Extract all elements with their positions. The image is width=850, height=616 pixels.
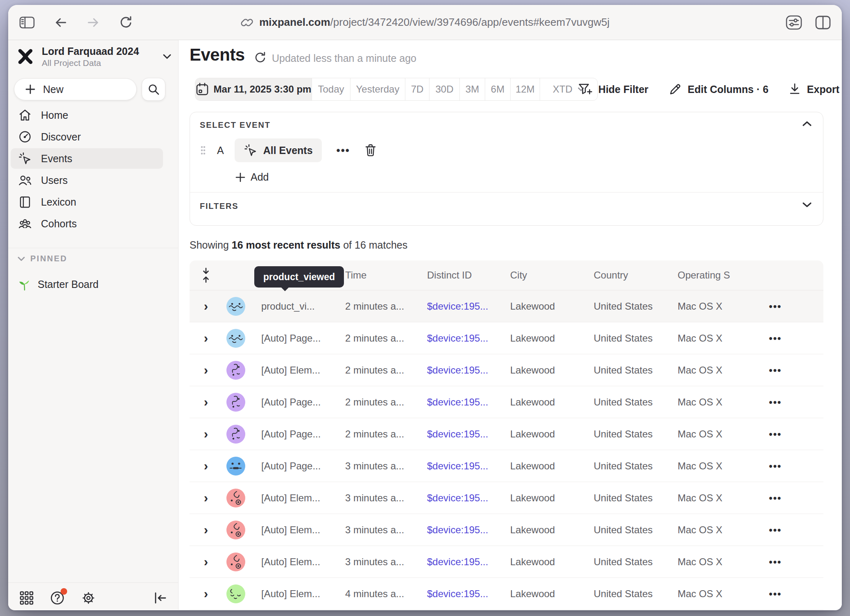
distinct-id-link[interactable]: $device:195... — [427, 301, 510, 312]
chevron-up-icon[interactable] — [802, 120, 812, 127]
row-expand-chevron[interactable]: › — [204, 300, 208, 313]
range-yesterday[interactable]: Yesterday — [350, 78, 405, 100]
row-expand-chevron[interactable]: › — [204, 460, 208, 472]
distinct-id-link[interactable]: $device:195... — [427, 428, 510, 440]
event-options-button[interactable]: ••• — [337, 144, 350, 157]
sidebar-item-events[interactable]: Events — [11, 148, 163, 169]
row-expand-chevron[interactable]: › — [204, 555, 208, 568]
sidebar-item-home[interactable]: Home — [11, 105, 163, 125]
chevron-down-icon[interactable] — [802, 202, 812, 208]
sidebar-item-lexicon[interactable]: Lexicon — [11, 192, 163, 212]
row-actions-button[interactable]: ••• — [769, 460, 823, 472]
table-row[interactable]: › [Auto] Page... 2 minutes a... $device:… — [190, 418, 823, 450]
operating-system: Mac OS X — [678, 492, 769, 504]
browser-toolbar: mixpanel.com/project/3472420/view/397469… — [8, 5, 842, 40]
row-expand-chevron[interactable]: › — [204, 332, 208, 344]
search-icon — [147, 83, 160, 95]
browser-sidebar-toggle-icon[interactable] — [19, 16, 35, 29]
export-button[interactable]: Export — [788, 82, 839, 96]
distinct-id-link[interactable]: $device:195... — [427, 396, 510, 408]
reload-button-icon[interactable] — [119, 15, 133, 30]
distinct-id-link[interactable]: $device:195... — [427, 460, 510, 472]
sidebar-item-users[interactable]: Users — [11, 170, 163, 190]
drag-handle[interactable] — [200, 144, 206, 157]
split-view-icon[interactable] — [815, 15, 831, 30]
sort-icon[interactable] — [190, 267, 222, 283]
pinned-section-header[interactable]: PINNED — [17, 254, 68, 263]
row-actions-button[interactable]: ••• — [769, 396, 823, 408]
row-actions-button[interactable]: ••• — [769, 556, 823, 568]
hide-filter-button[interactable]: Hide Filter — [578, 82, 648, 96]
settings-gear-icon[interactable] — [80, 590, 97, 606]
operating-system: Mac OS X — [678, 396, 769, 408]
project-name: Lord Farquaad 2024 — [42, 45, 139, 58]
row-expand-chevron[interactable]: › — [204, 587, 208, 600]
range-3m[interactable]: 3M — [460, 78, 485, 100]
table-row[interactable]: › [Auto] Page... 2 minutes a... $device:… — [190, 386, 823, 418]
add-event-button[interactable]: Add — [235, 171, 269, 183]
search-button[interactable] — [142, 78, 165, 101]
distinct-id-link[interactable]: $device:195... — [427, 492, 510, 504]
row-actions-button[interactable]: ••• — [769, 365, 823, 376]
column-header-distinct-id[interactable]: Distinct ID — [427, 270, 510, 281]
new-button[interactable]: New — [14, 78, 137, 100]
distinct-id-link[interactable]: $device:195... — [427, 588, 510, 600]
apps-grid-icon[interactable] — [19, 590, 34, 606]
column-header-os[interactable]: Operating S — [678, 270, 769, 281]
table-row[interactable]: › [Auto] Page... 3 minutes a... $device:… — [190, 450, 823, 482]
browser-settings-icon[interactable] — [785, 15, 803, 30]
row-actions-button[interactable]: ••• — [769, 524, 823, 536]
range-30d[interactable]: 30D — [430, 78, 460, 100]
table-row[interactable]: › [Auto] Page... 2 minutes a... $device:… — [190, 322, 823, 354]
operating-system: Mac OS X — [678, 333, 769, 344]
row-actions-button[interactable]: ••• — [769, 492, 823, 504]
country: United States — [594, 556, 678, 568]
pinned-item-starter-board[interactable]: Starter Board — [11, 274, 163, 295]
forward-button-icon[interactable] — [86, 15, 101, 30]
plus-icon — [25, 84, 36, 95]
table-row[interactable]: › [Auto] Elem... 3 minutes a... $device:… — [190, 546, 823, 578]
event-avatar — [226, 553, 245, 571]
row-expand-chevron[interactable]: › — [204, 491, 208, 504]
row-actions-button[interactable]: ••• — [769, 333, 823, 344]
table-row[interactable]: › [Auto] Elem... 4 minutes a... $device:… — [190, 578, 823, 610]
row-expand-chevron[interactable]: › — [204, 428, 208, 440]
edit-columns-button[interactable]: Edit Columns · 6 — [668, 82, 769, 96]
event-time: 3 minutes a... — [345, 460, 427, 472]
range-7d[interactable]: 7D — [405, 78, 430, 100]
distinct-id-link[interactable]: $device:195... — [427, 365, 510, 376]
event-selector-chip[interactable]: All Events — [235, 138, 322, 162]
date-picker-button[interactable]: Mar 11, 2025 3:30 pm — [195, 78, 312, 100]
back-button-icon[interactable] — [53, 15, 68, 30]
table-row[interactable]: › [Auto] Elem... 3 minutes a... $device:… — [190, 482, 823, 514]
row-expand-chevron[interactable]: › — [204, 523, 208, 536]
table-row[interactable]: › [Auto] Elem... 2 minutes a... $device:… — [190, 354, 823, 386]
project-switcher[interactable]: Lord Farquaad 2024 All Project Data — [16, 45, 172, 68]
column-header-country[interactable]: Country — [594, 270, 678, 281]
event-row-letter: A — [217, 145, 224, 156]
operating-system: Mac OS X — [678, 428, 769, 440]
distinct-id-link[interactable]: $device:195... — [427, 556, 510, 568]
event-name: [Auto] Elem... — [261, 365, 345, 376]
column-header-time[interactable]: Time — [345, 270, 427, 281]
distinct-id-link[interactable]: $device:195... — [427, 333, 510, 344]
address-bar[interactable]: mixpanel.com/project/3472420/view/397469… — [240, 5, 610, 40]
collapse-sidebar-icon[interactable] — [153, 591, 167, 605]
distinct-id-link[interactable]: $device:195... — [427, 524, 510, 536]
range-12m[interactable]: 12M — [511, 78, 540, 100]
range-6m[interactable]: 6M — [485, 78, 511, 100]
row-actions-button[interactable]: ••• — [769, 428, 823, 440]
row-actions-button[interactable]: ••• — [769, 588, 823, 600]
row-actions-button[interactable]: ••• — [769, 301, 823, 312]
city: Lakewood — [510, 588, 594, 600]
row-expand-chevron[interactable]: › — [204, 396, 208, 408]
range-today[interactable]: Today — [312, 78, 350, 100]
refresh-icon[interactable] — [253, 51, 267, 65]
sidebar-item-discover[interactable]: Discover — [11, 127, 163, 147]
help-button[interactable] — [49, 590, 66, 606]
delete-event-button[interactable] — [364, 143, 377, 157]
column-header-city[interactable]: City — [510, 270, 594, 281]
row-expand-chevron[interactable]: › — [204, 364, 208, 376]
sidebar-item-cohorts[interactable]: Cohorts — [11, 213, 163, 234]
table-row[interactable]: › [Auto] Elem... 3 minutes a... $device:… — [190, 514, 823, 546]
